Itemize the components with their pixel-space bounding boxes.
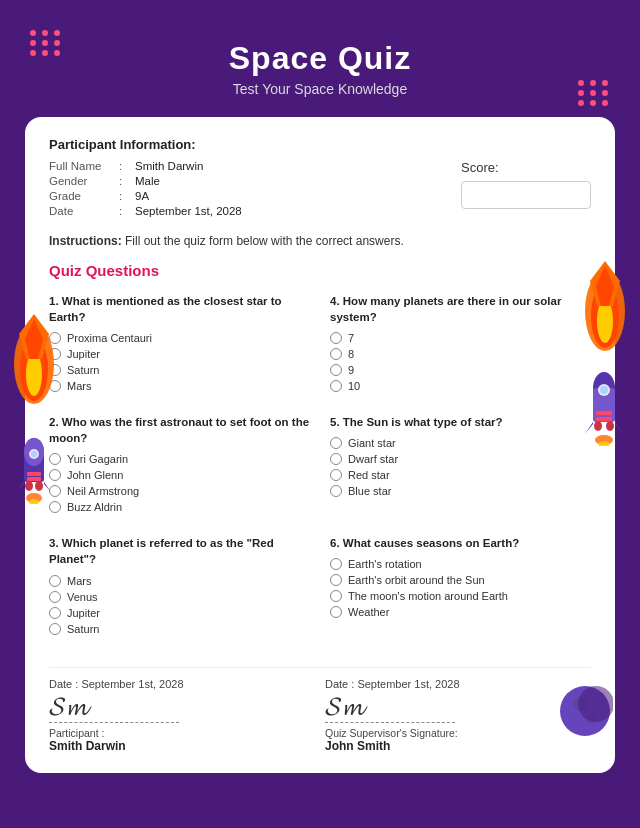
list-item[interactable]: Weather [330,606,591,618]
question-6-text: 6. What causes seasons on Earth? [330,535,591,551]
field-value-date: September 1st, 2028 [135,205,242,217]
field-label-grade: Grade [49,190,119,202]
field-grade: Grade : 9A [49,190,431,202]
radio-option[interactable] [49,575,61,587]
svg-point-26 [600,386,608,394]
fire-decoration-right [578,261,633,355]
question-4: 4. How many planets are there in our sol… [330,293,591,396]
field-gender: Gender : Male [49,175,431,187]
list-item[interactable]: Neil Armstrong [49,485,310,497]
svg-marker-27 [585,422,593,434]
fire-decoration-left [7,314,62,408]
list-item[interactable]: 9 [330,364,591,376]
list-item[interactable]: John Glenn [49,469,310,481]
questions-grid: 1. What is mentioned as the closest star… [49,293,591,657]
question-5-options: Giant star Dwarf star Red star Blue star [330,437,591,497]
question-3-options: Mars Venus Jupiter Saturn [49,575,310,635]
list-item[interactable]: Mars [49,575,310,587]
radio-option[interactable] [330,380,342,392]
decorative-dots-top-right [578,80,610,106]
svg-point-29 [594,421,602,431]
participant-heading: Participant Information: [49,137,591,152]
list-item[interactable]: 10 [330,380,591,392]
field-value-grade: 9A [135,190,149,202]
list-item[interactable]: Giant star [330,437,591,449]
sig-line-participant [49,722,179,723]
list-item[interactable]: Venus [49,591,310,603]
list-item[interactable]: Proxima Centauri [49,332,310,344]
list-item[interactable]: Red star [330,469,591,481]
field-label-gender: Gender [49,175,119,187]
question-2-options: Yuri Gagarin John Glenn Neil Armstrong B… [49,453,310,513]
participant-fields: Full Name : Smith Darwin Gender : Male G… [49,160,431,220]
sig-cursive-supervisor: 𝓢𝓶 [325,694,591,720]
field-label-fullname: Full Name [49,160,119,172]
radio-option[interactable] [330,574,342,586]
question-6: 6. What causes seasons on Earth? Earth's… [330,535,591,638]
svg-rect-19 [27,472,41,476]
radio-option[interactable] [330,364,342,376]
list-item[interactable]: Dwarf star [330,453,591,465]
rocket-decoration-right [583,366,627,446]
list-item[interactable]: Jupiter [49,348,310,360]
field-fullname: Full Name : Smith Darwin [49,160,431,172]
sig-line-supervisor [325,722,455,723]
list-item[interactable]: Mars [49,380,310,392]
svg-point-17 [25,481,33,491]
list-item[interactable]: Jupiter [49,607,310,619]
radio-option[interactable] [330,348,342,360]
radio-option[interactable] [49,607,61,619]
svg-point-39 [578,686,613,722]
list-item[interactable]: Yuri Gagarin [49,453,310,465]
radio-option[interactable] [330,558,342,570]
signature-supervisor: Date : September 1st, 2028 𝓢𝓶 Quiz Super… [325,678,591,753]
field-date: Date : September 1st, 2028 [49,205,431,217]
page-subtitle: Test Your Space Knowledge [20,81,620,97]
radio-option[interactable] [330,606,342,618]
list-item[interactable]: Blue star [330,485,591,497]
list-item[interactable]: The moon's motion around Earth [330,590,591,602]
field-value-fullname: Smith Darwin [135,160,203,172]
list-item[interactable]: 8 [330,348,591,360]
score-input-box[interactable] [461,181,591,209]
svg-marker-15 [17,482,24,492]
question-3: 3. Which planet is referred to as the "R… [49,535,310,638]
signature-participant: Date : September 1st, 2028 𝓢𝓶 Participan… [49,678,315,753]
question-2-text: 2. Who was the first astronaut to set fo… [49,414,310,446]
page-header: Space Quiz Test Your Space Knowledge [20,20,620,107]
question-5-text: 5. The Sun is what type of star? [330,414,591,430]
radio-option[interactable] [49,591,61,603]
svg-rect-31 [596,411,612,415]
radio-option[interactable] [330,485,342,497]
radio-option[interactable] [330,469,342,481]
svg-point-14 [31,451,37,457]
question-1-text: 1. What is mentioned as the closest star… [49,293,310,325]
instructions-text: Fill out the quiz form below with the co… [122,234,404,248]
svg-point-30 [606,421,614,431]
radio-option[interactable] [330,437,342,449]
radio-option[interactable] [330,332,342,344]
radio-option[interactable] [330,453,342,465]
radio-option[interactable] [330,590,342,602]
field-label-date: Date [49,205,119,217]
decorative-dots-top-left [30,30,62,56]
svg-point-18 [35,481,43,491]
score-label: Score: [461,160,499,175]
sig-cursive-participant: 𝓢𝓶 [49,694,315,720]
list-item[interactable]: Saturn [49,623,310,635]
list-item[interactable]: Buzz Aldrin [49,501,310,513]
list-item[interactable]: Earth's orbit around the Sun [330,574,591,586]
list-item[interactable]: Saturn [49,364,310,376]
question-4-text: 4. How many planets are there in our sol… [330,293,591,325]
radio-option[interactable] [49,623,61,635]
question-3-text: 3. Which planet is referred to as the "R… [49,535,310,567]
list-item[interactable]: 7 [330,332,591,344]
instructions: Instructions: Fill out the quiz form bel… [49,234,591,248]
question-2: 2. Who was the first astronaut to set fo… [49,414,310,517]
list-item[interactable]: Earth's rotation [330,558,591,570]
question-6-options: Earth's rotation Earth's orbit around th… [330,558,591,618]
question-5: 5. The Sun is what type of star? Giant s… [330,414,591,517]
signature-section: Date : September 1st, 2028 𝓢𝓶 Participan… [49,667,591,753]
svg-rect-32 [596,417,612,421]
sig-date-supervisor: Date : September 1st, 2028 [325,678,591,690]
